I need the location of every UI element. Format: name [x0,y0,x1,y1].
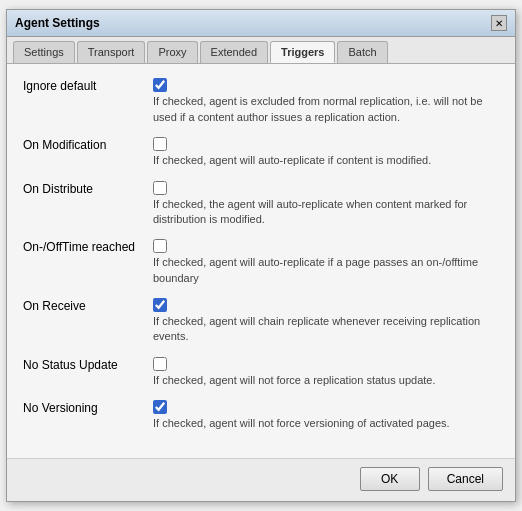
row-no-versioning: No Versioning If checked, agent will not… [23,400,499,431]
tab-bar: Settings Transport Proxy Extended Trigge… [7,37,515,64]
checkbox-no-status-update[interactable] [153,357,167,371]
cancel-button[interactable]: Cancel [428,467,503,491]
tab-settings[interactable]: Settings [13,41,75,63]
label-no-status-update: No Status Update [23,357,153,372]
label-on-modification: On Modification [23,137,153,152]
label-ignore-default: Ignore default [23,78,153,93]
checkbox-no-versioning[interactable] [153,400,167,414]
desc-on-receive: If checked, agent will chain replicate w… [153,314,499,345]
checkbox-ignore-default[interactable] [153,78,167,92]
row-on-offtime: On-/OffTime reached If checked, agent wi… [23,239,499,286]
title-bar: Agent Settings ✕ [7,10,515,37]
label-on-receive: On Receive [23,298,153,313]
row-on-receive: On Receive If checked, agent will chain … [23,298,499,345]
tab-transport[interactable]: Transport [77,41,146,63]
ok-button[interactable]: OK [360,467,420,491]
checkbox-on-modification[interactable] [153,137,167,151]
desc-no-versioning: If checked, agent will not force version… [153,416,499,431]
close-button[interactable]: ✕ [491,15,507,31]
checkbox-on-offtime[interactable] [153,239,167,253]
desc-on-modification: If checked, agent will auto-replicate if… [153,153,499,168]
checkbox-on-receive[interactable] [153,298,167,312]
label-on-offtime: On-/OffTime reached [23,239,153,254]
tab-proxy[interactable]: Proxy [147,41,197,63]
dialog-title: Agent Settings [15,16,100,30]
row-ignore-default: Ignore default If checked, agent is excl… [23,78,499,125]
tab-content: Ignore default If checked, agent is excl… [7,64,515,457]
row-on-distribute: On Distribute If checked, the agent will… [23,181,499,228]
tab-extended[interactable]: Extended [200,41,268,63]
tab-batch[interactable]: Batch [337,41,387,63]
desc-on-distribute: If checked, the agent will auto-replicat… [153,197,499,228]
desc-on-offtime: If checked, agent will auto-replicate if… [153,255,499,286]
label-no-versioning: No Versioning [23,400,153,415]
checkbox-on-distribute[interactable] [153,181,167,195]
agent-settings-dialog: Agent Settings ✕ Settings Transport Prox… [6,9,516,501]
button-bar: OK Cancel [7,458,515,501]
label-on-distribute: On Distribute [23,181,153,196]
desc-ignore-default: If checked, agent is excluded from norma… [153,94,499,125]
row-no-status-update: No Status Update If checked, agent will … [23,357,499,388]
desc-no-status-update: If checked, agent will not force a repli… [153,373,499,388]
row-on-modification: On Modification If checked, agent will a… [23,137,499,168]
tab-triggers[interactable]: Triggers [270,41,335,63]
